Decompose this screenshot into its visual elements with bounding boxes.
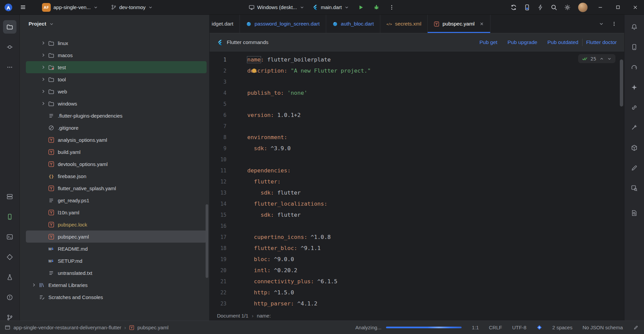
project-name: app-single-ven... <box>53 4 91 10</box>
tab-pubspec-yaml[interactable]: pubspec.yaml <box>428 15 490 33</box>
tree-item-windows[interactable]: windows <box>26 97 207 110</box>
main-menu-button[interactable] <box>16 1 30 14</box>
chevron-right-icon[interactable] <box>39 88 47 95</box>
readonly-indicator-icon[interactable] <box>633 325 639 330</box>
chevron-right-icon[interactable] <box>39 100 47 107</box>
tree-item-build-yaml[interactable]: build.yaml <box>26 146 207 158</box>
tool-logcat-button[interactable] <box>628 161 641 175</box>
settings-button[interactable] <box>561 1 574 14</box>
close-tab-icon[interactable] <box>479 22 484 26</box>
tree-item-devtools-options-yaml[interactable]: devtools_options.yaml <box>26 158 207 170</box>
tab-auth-bloc-dart[interactable]: auth_bloc.dart <box>326 15 380 33</box>
maximize-button[interactable] <box>609 0 627 15</box>
tool-sdk-manager-button[interactable] <box>628 141 641 155</box>
line-ending-widget[interactable]: CRLF <box>489 325 502 330</box>
tree-item-readme-md[interactable]: MREADME.md <box>26 243 207 255</box>
json-schema-widget[interactable]: No JSON schema <box>583 325 623 330</box>
tree-item-firebase-json[interactable]: {}firebase.json <box>26 170 207 182</box>
tree-item-get-ready-ps1[interactable]: get_ready.ps1 <box>26 194 207 206</box>
breadcrumb-name[interactable]: name: <box>257 313 271 319</box>
tree-item-pubspec-yaml[interactable]: pubspec.yaml <box>26 231 207 243</box>
sync-project-button[interactable] <box>507 1 520 14</box>
banner-link-pub-get[interactable]: Pub get <box>479 39 497 45</box>
chevron-right-icon[interactable] <box>39 64 47 71</box>
code-line: 17 cupertino_icons: ^1.0.8 <box>210 232 624 243</box>
tree-item-analysis-options-yaml[interactable]: analysis_options.yaml <box>26 134 207 146</box>
tree-item-linux[interactable]: linux <box>26 37 207 49</box>
tool-project-button[interactable] <box>3 20 16 34</box>
editor-scrollbar[interactable] <box>620 59 623 107</box>
tool-build-variants-button[interactable] <box>628 121 641 134</box>
tool-tests-button[interactable] <box>3 270 16 284</box>
indent-widget[interactable]: 2 spaces <box>552 325 572 330</box>
tab-password-login-screen-dart[interactable]: password_login_screen.dart <box>240 15 326 33</box>
tab-secrets-xml[interactable]: </>secrets.xml <box>380 15 428 33</box>
status-file-crumb[interactable]: pubspec.yaml <box>137 325 169 330</box>
device-selector[interactable]: Windows (deskt... <box>246 3 307 12</box>
breadcrumb-document[interactable]: Document 1/1 <box>217 313 248 319</box>
tool-gradle-button[interactable] <box>628 60 641 74</box>
tool-running-devices-button[interactable] <box>3 210 16 223</box>
dart-analysis-icon[interactable] <box>536 325 542 330</box>
debug-button[interactable] <box>370 1 383 14</box>
tool-terminal-button[interactable] <box>3 230 16 244</box>
encoding-widget[interactable]: UTF-8 <box>512 325 526 330</box>
tree-item-untranslated-txt[interactable]: untranslated.txt <box>26 267 207 279</box>
tool-app-links-assistant-button[interactable] <box>628 101 641 114</box>
close-button[interactable] <box>627 0 644 15</box>
json-icon: {} <box>47 173 55 179</box>
tree-item-setup-md[interactable]: MSETUP.md <box>26 255 207 267</box>
hidden-tabs-button[interactable] <box>599 21 604 27</box>
chevron-right-icon[interactable] <box>30 282 38 288</box>
search-everywhere-button[interactable] <box>547 1 561 14</box>
chevron-right-icon[interactable] <box>39 52 47 58</box>
tree-item-external-libraries[interactable]: External Libraries <box>26 279 207 291</box>
tree-item-macos[interactable]: macos <box>26 49 207 61</box>
banner-link-pub-upgrade[interactable]: Pub upgrade <box>508 39 538 45</box>
project-selector[interactable]: AF app-single-ven... <box>39 1 101 13</box>
tool-app-quality-insights-button[interactable] <box>628 206 641 220</box>
banner-link-flutter-doctor[interactable]: Flutter doctor <box>586 39 617 45</box>
tab-idget-dart[interactable]: idget.dart <box>210 15 240 33</box>
tool-problems-button[interactable] <box>3 291 16 304</box>
project-panel-header[interactable]: Project <box>20 15 209 33</box>
chevron-right-icon[interactable] <box>39 76 47 83</box>
scratch-icon <box>38 294 45 300</box>
inspections-widget[interactable]: 25 <box>578 54 615 63</box>
tree-item-tool[interactable]: tool <box>26 73 207 85</box>
tree-item-web[interactable]: web <box>26 85 207 97</box>
chevron-right-icon[interactable] <box>39 40 47 46</box>
tree-item-pubspec-lock[interactable]: pubspec.lock <box>26 218 207 231</box>
tool-gemini-button[interactable] <box>628 81 641 94</box>
status-project-crumb[interactable]: app-single-vendor-restaurant-deliveryman… <box>13 325 121 330</box>
banner-link-pub-outdated[interactable]: Pub outdated <box>547 39 578 45</box>
run-button[interactable] <box>354 1 368 14</box>
device-mirror-button[interactable] <box>520 1 534 14</box>
tool-device-manager-button[interactable] <box>628 40 641 54</box>
tool-layout-inspector-button[interactable] <box>628 181 641 195</box>
tree-item-l10n-yaml[interactable]: l10n.yaml <box>26 206 207 218</box>
user-avatar[interactable] <box>578 3 588 12</box>
more-run-actions-button[interactable] <box>385 1 398 14</box>
run-config-selector[interactable]: main.dart <box>309 3 352 12</box>
tree-item-flutter-plugins-dependencies[interactable]: .flutter-plugins-dependencies <box>26 110 207 122</box>
tool-commit-button[interactable] <box>3 40 16 54</box>
tool-packages-button[interactable] <box>3 250 16 264</box>
tab-options-button[interactable] <box>611 21 617 27</box>
tree-item-flutter-native-splash-yaml[interactable]: flutter_native_splash.yaml <box>26 182 207 194</box>
profiler-bolt-button[interactable] <box>534 1 547 14</box>
prev-problem-button[interactable] <box>599 56 604 61</box>
project-scrollbar[interactable] <box>206 204 208 278</box>
branch-selector[interactable]: dev-tonmoy <box>108 3 156 12</box>
tool-services-button[interactable] <box>3 190 16 203</box>
tool-more-tool-windows-button[interactable] <box>3 60 16 74</box>
tree-item-gitignore[interactable]: .gitignore <box>26 122 207 134</box>
tree-item-test[interactable]: test <box>26 61 207 73</box>
tool-notifications-button[interactable] <box>628 20 641 34</box>
caret-position-widget[interactable]: 1:1 <box>472 325 479 330</box>
next-problem-button[interactable] <box>607 56 612 61</box>
status-breadcrumb: app-single-vendor-restaurant-deliveryman… <box>5 325 169 330</box>
minimize-button[interactable] <box>592 0 609 15</box>
tree-item-scratches-and-consoles[interactable]: Scratches and Consoles <box>26 291 207 303</box>
code-editor[interactable]: 1name: flutter_boilerplate2description: … <box>210 51 624 310</box>
